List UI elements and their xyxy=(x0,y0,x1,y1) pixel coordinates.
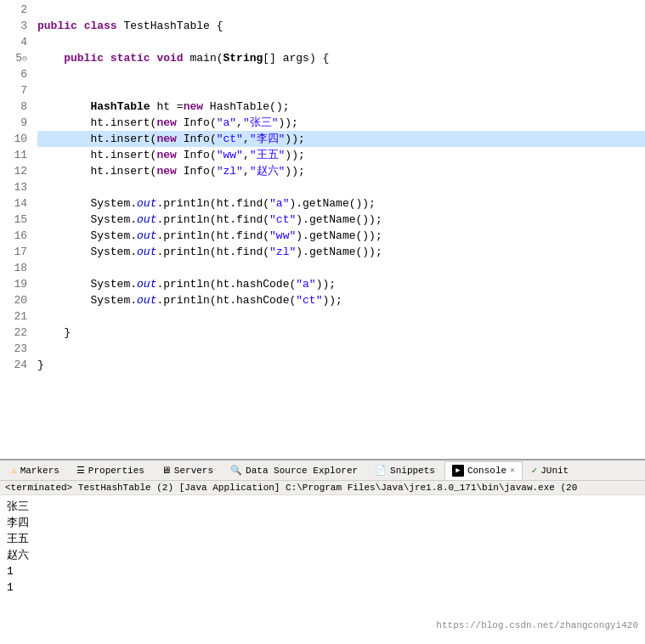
tab-properties-label: Properties xyxy=(88,466,144,476)
tab-datasource[interactable]: 🔍 Data Source Explorer xyxy=(223,461,365,480)
console-output: 张三 李四 王五 赵六 1 1 https://blog.csdn.net/zh… xyxy=(0,495,645,637)
code-line-8: HashTable ht = new HashTable(); xyxy=(37,99,645,115)
bottom-panel: ⚠ Markers ☰ Properties 🖥 Servers 🔍 Data … xyxy=(0,459,645,637)
tab-datasource-label: Data Source Explorer xyxy=(246,466,358,476)
console-output-line-3: 王五 xyxy=(7,531,638,547)
code-line-3: public class TestHashTable { xyxy=(37,18,645,34)
code-line-15: System. out .println(ht.find( "ct" ).get… xyxy=(37,212,645,228)
tab-servers-label: Servers xyxy=(174,466,213,476)
watermark: https://blog.csdn.net/zhangcongyi420 xyxy=(436,618,638,634)
tab-bar: ⚠ Markers ☰ Properties 🖥 Servers 🔍 Data … xyxy=(0,460,645,481)
console-close-icon: ✕ xyxy=(510,466,514,475)
tab-markers[interactable]: ⚠ Markers xyxy=(3,461,67,480)
code-line-6 xyxy=(37,66,645,82)
tab-markers-label: Markers xyxy=(20,466,59,476)
code-line-12: ht.insert( new Info ( "zl" , "赵六" )); xyxy=(37,163,645,179)
code-line-23 xyxy=(37,341,645,357)
console-output-line-5: 1 xyxy=(7,563,638,579)
code-line-14: System. out .println(ht.find( "a" ).getN… xyxy=(37,195,645,212)
tab-console[interactable]: ▶ Console ✕ xyxy=(444,461,523,480)
code-line-9: ht.insert( new Info ( "a" , "张三" )); xyxy=(37,115,645,131)
datasource-icon: 🔍 xyxy=(230,465,242,476)
code-line-16: System. out .println(ht.find( "ww" ).get… xyxy=(37,228,645,244)
tab-junit[interactable]: ✓ JUnit xyxy=(524,461,577,480)
tab-junit-label: JUnit xyxy=(540,466,569,476)
code-lines: public class TestHashTable { public stat… xyxy=(31,0,645,459)
code-line-13 xyxy=(37,179,645,195)
console-status: <terminated> TestHashTable (2) [Java App… xyxy=(0,481,645,495)
console-icon: ▶ xyxy=(452,465,464,477)
console-status-text: <terminated> TestHashTable (2) [Java App… xyxy=(5,483,577,493)
code-line-11: ht.insert( new Info ( "ww" , "王五" )); xyxy=(37,147,645,163)
snippets-icon: 📄 xyxy=(375,465,387,476)
servers-icon: 🖥 xyxy=(161,465,171,476)
code-line-5: public static void main( String [] args)… xyxy=(37,50,645,66)
tab-snippets-label: Snippets xyxy=(390,466,435,476)
tab-servers[interactable]: 🖥 Servers xyxy=(154,461,221,480)
code-line-21 xyxy=(37,308,645,325)
tab-console-label: Console xyxy=(467,466,506,476)
console-output-line-1: 张三 xyxy=(7,499,638,515)
properties-icon: ☰ xyxy=(76,465,85,476)
code-line-7 xyxy=(37,82,645,99)
junit-icon: ✓ xyxy=(532,465,538,476)
code-line-2 xyxy=(37,2,645,18)
console-output-line-4: 赵六 xyxy=(7,547,638,563)
code-line-17: System. out .println(ht.find( "zl" ).get… xyxy=(37,244,645,260)
console-output-line-2: 李四 xyxy=(7,515,638,531)
line-numbers: 2 3 4 5⊖ 6 7 8 9 10 11 12 13 14 15 16 17… xyxy=(0,0,31,459)
code-line-20: System. out .println(ht.hashCode( "ct" )… xyxy=(37,292,645,308)
editor-area: 2 3 4 5⊖ 6 7 8 9 10 11 12 13 14 15 16 17… xyxy=(0,0,645,459)
code-line-10: ht.insert( new Info ( "ct" , "李四" )); xyxy=(37,131,645,147)
code-line-4 xyxy=(37,34,645,50)
markers-icon: ⚠ xyxy=(11,465,17,476)
code-line-22: } xyxy=(37,325,645,341)
code-line-24: } xyxy=(37,357,645,373)
console-output-line-6: 1 xyxy=(7,579,638,596)
code-line-19: System. out .println(ht.hashCode( "a" ))… xyxy=(37,276,645,292)
code-line-18 xyxy=(37,260,645,276)
tab-properties[interactable]: ☰ Properties xyxy=(69,461,152,480)
tab-snippets[interactable]: 📄 Snippets xyxy=(367,461,443,480)
